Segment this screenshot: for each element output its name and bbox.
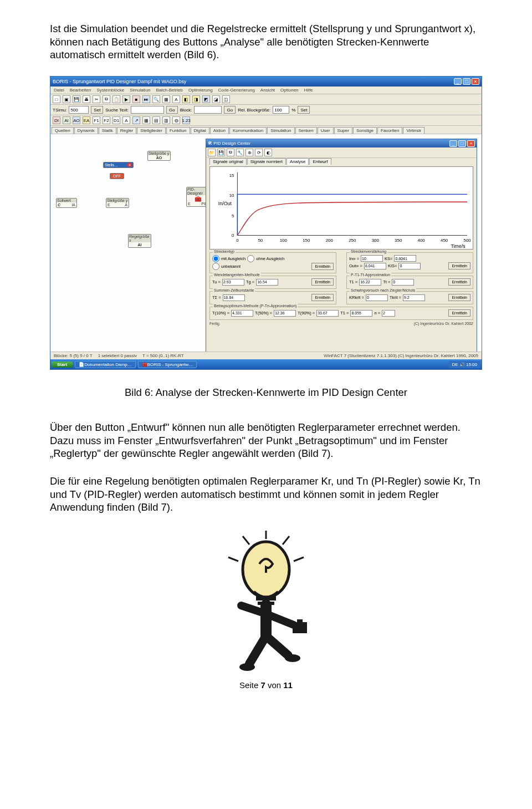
- block-off[interactable]: OFF: [110, 173, 124, 179]
- blk-icon-10[interactable]: ▦: [142, 116, 150, 124]
- blk-icon-13[interactable]: ◍: [172, 116, 180, 124]
- pid-tab-entwurf[interactable]: Entwurf: [309, 158, 331, 165]
- tb-stop-icon[interactable]: ■: [132, 95, 140, 103]
- blk-icon-2[interactable]: AI: [63, 116, 70, 124]
- tab-digital[interactable]: Digital: [191, 127, 209, 134]
- fs6-tk-input[interactable]: [403, 294, 425, 301]
- pid-tb-icon-5[interactable]: ⊕: [245, 149, 253, 156]
- taskbar-item-1[interactable]: 📄 Dokumentation Damp…: [75, 361, 135, 368]
- go-button-2[interactable]: Go: [224, 106, 236, 114]
- tab-user[interactable]: User: [318, 127, 334, 134]
- maximize-button[interactable]: □: [463, 78, 470, 85]
- fs5-ermitteln-button[interactable]: Ermitteln: [311, 294, 334, 301]
- tb-open-icon[interactable]: ▣: [63, 95, 70, 103]
- tb-paste-icon[interactable]: 📋: [112, 95, 120, 103]
- radio-unbekannt[interactable]: [212, 263, 219, 270]
- blk-icon-9[interactable]: ↗: [132, 116, 140, 124]
- fs3-tu-input[interactable]: [222, 279, 244, 286]
- menu-hilfe[interactable]: Hilfe: [304, 88, 313, 93]
- tb-text-icon[interactable]: A: [172, 95, 180, 103]
- menu-code[interactable]: Code-Generierung: [218, 88, 255, 93]
- tab-funktion[interactable]: Funktion: [166, 127, 190, 134]
- block-stellgroesse[interactable]: Stellgröße y E A: [106, 198, 129, 208]
- fs7-t50-input[interactable]: [274, 310, 296, 317]
- pid-tb-icon-3[interactable]: ⧉: [227, 149, 234, 156]
- work-area[interactable]: Stells… × OFF Stellgröße y AO Sollwert C…: [50, 134, 482, 366]
- fs4-tt-input[interactable]: [392, 279, 414, 286]
- fs5-t-input[interactable]: [223, 294, 245, 301]
- menu-ansicht[interactable]: Ansicht: [260, 88, 275, 93]
- fs7-ermitteln-button[interactable]: Ermitteln: [448, 309, 470, 317]
- pid-tab-orig[interactable]: Signale original: [209, 158, 247, 165]
- tb-run-icon[interactable]: ▶: [122, 95, 130, 103]
- fs2-in-input[interactable]: [361, 255, 383, 262]
- blk-icon-12[interactable]: ▥: [162, 116, 170, 124]
- rel-input[interactable]: [273, 106, 289, 114]
- pid-tab-analyse[interactable]: Analyse: [287, 158, 309, 165]
- blk-icon-8[interactable]: A: [122, 116, 130, 124]
- tb-cut-icon[interactable]: ✂: [93, 95, 100, 103]
- fs2-out-input[interactable]: [364, 263, 386, 269]
- radio-ohne-ausgleich[interactable]: [247, 255, 254, 262]
- close-button[interactable]: ×: [472, 78, 479, 85]
- pid-tb-icon-4[interactable]: 🔧: [236, 149, 244, 156]
- blk-icon-14[interactable]: 1.23: [182, 116, 190, 124]
- blk-icon-1[interactable]: DI: [53, 116, 60, 124]
- fs6-kr-input[interactable]: [366, 294, 388, 301]
- tb-misc5-icon[interactable]: ◫: [222, 95, 230, 103]
- system-tray[interactable]: DE 🔊 15:00: [448, 361, 480, 368]
- blk-icon-5[interactable]: F1: [93, 116, 100, 124]
- menu-optimierung[interactable]: Optimierung: [188, 88, 213, 93]
- suche-input[interactable]: [131, 106, 164, 114]
- blk-icon-11[interactable]: ▤: [152, 116, 160, 124]
- block-sollwert[interactable]: Sollwert C IA: [56, 198, 77, 208]
- start-button[interactable]: Start: [52, 362, 73, 368]
- pid-min-button[interactable]: _: [449, 140, 457, 147]
- block-input[interactable]: [194, 106, 222, 114]
- tab-senken[interactable]: Senken: [295, 127, 317, 134]
- menu-bearbeiten[interactable]: Bearbeiten: [70, 88, 91, 93]
- block-ao[interactable]: Stellgröße y AO: [147, 151, 171, 161]
- tab-favoriten[interactable]: Favoriten: [377, 127, 402, 134]
- pid-tb-icon-7[interactable]: ◐: [264, 149, 272, 156]
- tab-kommunikation[interactable]: Kommunikation: [229, 127, 267, 134]
- blk-icon-6[interactable]: F2: [103, 116, 110, 124]
- block-ai[interactable]: Regelgröße x AI: [128, 234, 151, 248]
- fs7-t90-input[interactable]: [316, 310, 339, 317]
- fs2-ks-input[interactable]: [394, 255, 416, 262]
- tb-step-icon[interactable]: ⏭: [142, 95, 150, 103]
- tb-misc3-icon[interactable]: ◩: [202, 95, 210, 103]
- pid-tb-icon-6[interactable]: ⟳: [255, 149, 263, 156]
- pid-tab-norm[interactable]: Signale normiert: [247, 158, 286, 165]
- set-button-1[interactable]: Set: [91, 106, 103, 114]
- pid-max-button[interactable]: □: [458, 140, 466, 147]
- pid-tb-icon-2[interactable]: 💾: [217, 149, 225, 156]
- menu-systembloecke[interactable]: Systemblöcke: [96, 88, 124, 93]
- menu-optionen[interactable]: Optionen: [280, 88, 298, 93]
- fs2-ermitteln-button[interactable]: Ermitteln: [448, 262, 470, 269]
- blk-icon-7[interactable]: D1: [112, 116, 120, 124]
- tb-zoom-icon[interactable]: 🔍: [152, 95, 160, 103]
- pid-close-button[interactable]: ×: [467, 140, 475, 147]
- block-stells[interactable]: Stells… ×: [103, 162, 134, 168]
- tab-simulation[interactable]: Simulation: [267, 127, 294, 134]
- fs7-t1b-input[interactable]: [350, 310, 372, 317]
- tsimu-input[interactable]: [69, 106, 89, 114]
- tb-copy-icon[interactable]: ⧉: [103, 95, 110, 103]
- tb-save-icon[interactable]: 💾: [73, 95, 80, 103]
- pid-tb-icon-1[interactable]: 📁: [208, 149, 216, 156]
- tb-new-icon[interactable]: □: [53, 95, 60, 103]
- tb-misc1-icon[interactable]: ◧: [182, 95, 190, 103]
- fs3-tg-input[interactable]: [256, 279, 278, 286]
- fs1-ermitteln-button[interactable]: Ermitteln: [311, 263, 334, 270]
- tb-misc2-icon[interactable]: ◨: [192, 95, 200, 103]
- tab-super[interactable]: Super: [334, 127, 352, 134]
- tab-quellen[interactable]: Quellen: [52, 127, 74, 134]
- set-button-2[interactable]: Set: [298, 106, 310, 114]
- fs4-ermitteln-button[interactable]: Ermitteln: [448, 278, 470, 286]
- fs2-kis-input[interactable]: [398, 263, 421, 269]
- tab-regler[interactable]: Regler: [117, 127, 137, 134]
- menu-batch[interactable]: Batch-Betrieb: [156, 88, 183, 93]
- fs6-ermitteln-button[interactable]: Ermitteln: [448, 294, 470, 301]
- fs7-n-input[interactable]: [382, 310, 395, 317]
